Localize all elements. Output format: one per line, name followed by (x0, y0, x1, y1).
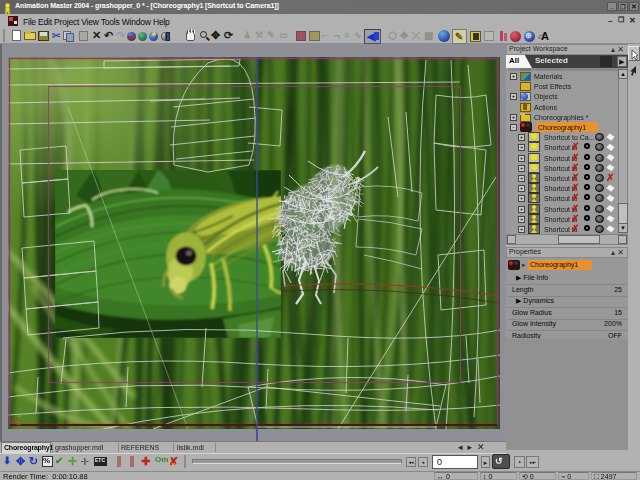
svg-text:z: z (18, 412, 21, 418)
